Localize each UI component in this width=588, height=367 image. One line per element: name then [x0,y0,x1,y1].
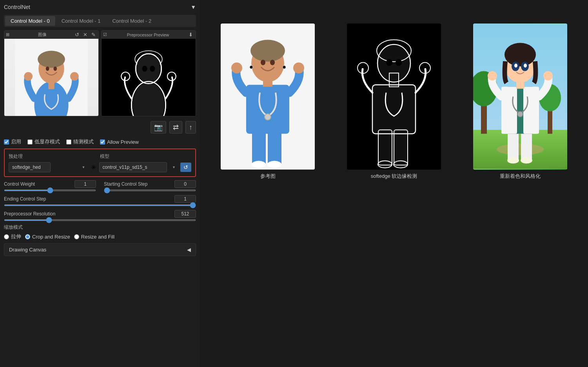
sliders-section: Control Weight 1 Starting Control Step 0… [4,180,196,221]
panel-title: ControlNet [4,4,30,10]
starting-step-value: 0 [174,180,196,188]
svg-point-3 [38,51,65,68]
svg-point-25 [267,161,281,168]
preprocessor-dropdown-wrapper: softedge_hed softedge_pidinet none [9,162,88,172]
source-image-box: ⊞ 图像 ↺ ✕ ✎ [4,30,99,116]
pm-labels: 预处理 模型 [9,153,191,160]
options-row: 启用 低显存模式 猜测模式 Allow Preview [4,138,196,145]
svg-rect-26 [246,85,289,134]
svg-point-33 [283,66,286,69]
svg-rect-22 [252,130,266,165]
svg-point-35 [293,63,304,74]
tab-bar: Control Model - 0 Control Model - 1 Cont… [4,15,196,27]
scale-stretch-radio[interactable] [4,234,9,239]
scale-crop-label: Crop and Resize [32,234,70,240]
scale-crop-item[interactable]: Crop and Resize [25,234,70,240]
svg-point-15 [136,54,160,83]
source-image-content [4,39,98,116]
svg-point-17 [142,66,147,72]
source-refresh-btn[interactable]: ↺ [74,31,80,38]
tab-model-2[interactable]: Control Model - 2 [107,16,157,26]
svg-point-7 [70,72,79,81]
preview-download-btn[interactable]: ⬇ [187,31,194,38]
collapse-icon[interactable]: ▼ [191,4,196,10]
tab-model-0[interactable]: Control Model - 0 [5,16,55,26]
source-close-btn[interactable]: ✕ [82,31,89,38]
source-image-label: 图像 [38,32,47,38]
svg-point-29 [250,40,285,62]
control-weight-label: Control Weight [4,181,35,187]
drawing-canvas-section[interactable]: Drawing Canvas ◀ [4,243,196,256]
resolution-slider[interactable] [4,219,196,221]
result-styled-container: 重新着色和风格化 [460,24,580,180]
svg-rect-39 [372,85,416,134]
scale-mode-radio-group: 拉伸 Crop and Resize Resize and Fill [4,233,196,240]
svg-rect-41 [394,130,408,165]
low-vram-checkbox[interactable] [27,139,33,145]
guess-mode-checkbox[interactable] [66,139,71,145]
upload-btn[interactable]: ↑ [185,121,196,134]
starting-step-label: Starting Control Step [104,181,147,187]
svg-point-52 [386,59,392,66]
svg-point-53 [396,59,402,66]
enable-checkbox-item[interactable]: 启用 [4,138,21,145]
preview-image-controls: ⬇ [187,31,194,38]
model-dropdown-wrapper: control_v11p_sd15_s control_v11p_sd15_so… [99,162,178,172]
svg-point-32 [250,66,253,69]
svg-point-31 [270,60,275,65]
guess-mode-checkbox-item[interactable]: 猜测模式 [66,138,94,145]
preprocessor-select[interactable]: softedge_hed softedge_pidinet none [9,162,51,172]
result-reference-container: 参考图 [208,24,328,180]
low-vram-checkbox-item[interactable]: 低显存模式 [27,138,60,145]
source-edit-btn[interactable]: ✎ [90,31,97,38]
allow-preview-label: Allow Preview [107,139,139,145]
enable-checkbox[interactable] [4,139,9,145]
camera-btn[interactable]: 📷 [151,121,166,134]
svg-rect-62 [521,130,532,161]
scale-fill-item[interactable]: Resize and Fill [74,234,114,240]
model-refresh-btn[interactable]: ↺ [180,163,191,172]
preview-image-header: ☑ Preprocessor Preview ⬇ [102,31,196,39]
weight-start-pair: Control Weight 1 Starting Control Step 0 [4,180,196,191]
ending-step-slider[interactable] [4,204,196,206]
swap-btn[interactable]: ⇄ [169,121,182,134]
svg-rect-61 [508,130,519,161]
action-row: 📷 ⇄ ↑ [4,119,196,135]
drawing-canvas-label: Drawing Canvas [9,247,46,253]
allow-preview-checkbox-item[interactable]: Allow Preview [100,139,139,145]
scale-mode-label: 缩放模式 [4,224,196,231]
scale-fill-radio[interactable] [74,234,79,239]
svg-point-74 [514,64,517,68]
allow-preview-checkbox[interactable] [100,139,105,145]
model-select[interactable]: control_v11p_sd15_s control_v11p_sd15_so… [99,162,167,172]
svg-point-63 [507,157,519,164]
starting-step-slider[interactable] [104,190,196,191]
svg-rect-23 [268,130,281,165]
svg-point-24 [252,161,266,168]
svg-point-78 [517,112,523,117]
preview-image-label: Preprocessor Preview [127,33,169,37]
result-images: 参考图 [208,24,580,180]
preview-image-box: ☑ Preprocessor Preview ⬇ [101,30,196,116]
fire-btn[interactable]: ✳ [90,163,97,172]
svg-point-30 [261,60,265,65]
image-row: ⊞ 图像 ↺ ✕ ✎ [4,30,196,116]
scale-stretch-item[interactable]: 拉伸 [4,233,21,240]
control-weight-value: 1 [74,180,96,188]
result-edge-container: softedge 软边缘检测 [334,24,454,180]
enable-label: 启用 [11,138,21,145]
tab-model-1[interactable]: Control Model - 1 [56,16,106,26]
control-weight-slider[interactable] [4,190,96,191]
source-image-icon: ⊞ [6,32,9,37]
scale-crop-radio[interactable] [25,234,30,239]
nurse-svg [4,39,98,116]
ending-step-value: 1 [174,195,196,203]
result-reference-svg [221,24,315,170]
svg-point-38 [378,45,410,81]
svg-point-4 [46,67,49,71]
starting-step-item: Starting Control Step 0 [104,180,196,191]
resolution-label: Preprocessor Resolution [4,211,55,217]
result-reference-image [221,24,315,170]
source-image-controls: ↺ ✕ ✎ [74,31,97,38]
svg-rect-8 [48,81,54,89]
